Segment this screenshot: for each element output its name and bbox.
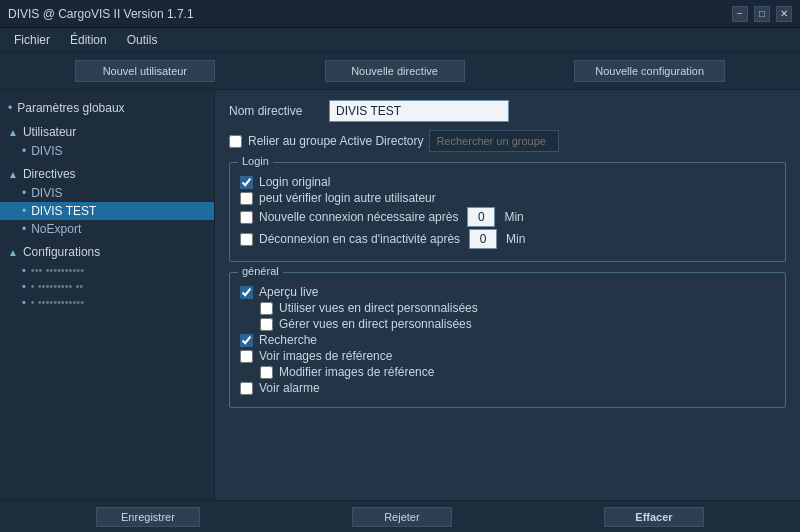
menu-outils[interactable]: Outils [117, 31, 168, 49]
bullet-icon: • [8, 101, 12, 115]
menu-edition[interactable]: Édition [60, 31, 117, 49]
new-user-button[interactable]: Nouvel utilisateur [75, 60, 215, 82]
app-title: DIVIS @ CargoVIS II Version 1.7.1 [8, 7, 194, 21]
maximize-button[interactable]: □ [754, 6, 770, 22]
triangle-icon: ▲ [8, 247, 18, 258]
new-directive-button[interactable]: Nouvelle directive [325, 60, 465, 82]
nouvelle-connexion-label: Nouvelle connexion nécessaire après [259, 210, 458, 224]
ad-label: Relier au groupe Active Directory [248, 134, 423, 148]
bullet-icon: • [22, 280, 26, 292]
sidebar-config2-label: • ••••••••• •• [31, 280, 83, 292]
sidebar-config3-label: • •••••••••••• [31, 296, 84, 308]
sidebar-dir-noexport-label: NoExport [31, 222, 81, 236]
ad-checkbox[interactable] [229, 135, 242, 148]
apercu-live-label: Aperçu live [259, 285, 318, 299]
deconnexion-input[interactable] [469, 229, 497, 249]
title-bar: DIVIS @ CargoVIS II Version 1.7.1 − □ ✕ [0, 0, 800, 28]
deconnexion-checkbox[interactable] [240, 233, 253, 246]
modifier-images-checkbox[interactable] [260, 366, 273, 379]
login-original-checkbox[interactable] [240, 176, 253, 189]
deconnexion-row: Déconnexion en cas d'inactivité après Mi… [240, 229, 775, 249]
general-group-title: général [238, 265, 283, 277]
nouvelle-connexion-input[interactable] [467, 207, 495, 227]
login-group-box: Login Login original peut vérifier login… [229, 162, 786, 262]
bullet-icon: • [22, 144, 26, 158]
main-area: • Paramètres globaux ▲ Utilisateur • DIV… [0, 90, 800, 500]
nouvelle-connexion-checkbox[interactable] [240, 211, 253, 224]
rejeter-button[interactable]: Rejeter [352, 507, 452, 527]
bullet-icon: • [22, 222, 26, 236]
utiliser-vues-row: Utiliser vues en direct personnalisées [260, 301, 775, 315]
sidebar-dir-divis-label: DIVIS [31, 186, 62, 200]
nouvelle-connexion-row: Nouvelle connexion nécessaire après Min [240, 207, 775, 227]
sidebar-utilisateur-label: Utilisateur [23, 125, 76, 139]
sidebar-config1-label: ••• •••••••••• [31, 264, 84, 276]
apercu-live-row: Aperçu live [240, 285, 775, 299]
sidebar-item-config2[interactable]: • • ••••••••• •• [0, 278, 214, 294]
gerer-vues-checkbox[interactable] [260, 318, 273, 331]
ad-row: Relier au groupe Active Directory [229, 130, 786, 152]
sidebar-item-dir-noexport[interactable]: • NoExport [0, 220, 214, 238]
sidebar-section-global: • Paramètres globaux [0, 98, 214, 118]
general-group-box: général Aperçu live Utiliser vues en dir… [229, 272, 786, 408]
utiliser-vues-label: Utiliser vues en direct personnalisées [279, 301, 478, 315]
bullet-icon: • [22, 296, 26, 308]
bullet-icon: • [22, 264, 26, 276]
sidebar-item-dir-divistest[interactable]: • DIVIS TEST [0, 202, 214, 220]
window-controls: − □ ✕ [732, 6, 792, 22]
sidebar-directives-label: Directives [23, 167, 76, 181]
sidebar-utilisateur-header[interactable]: ▲ Utilisateur [0, 122, 214, 142]
sidebar-item-dir-divis[interactable]: • DIVIS [0, 184, 214, 202]
sidebar-item-global[interactable]: • Paramètres globaux [0, 98, 214, 118]
triangle-icon: ▲ [8, 127, 18, 138]
login-original-label: Login original [259, 175, 330, 189]
bottom-bar: Enregistrer Rejeter Effacer [0, 500, 800, 532]
ad-search-input[interactable] [429, 130, 559, 152]
nouvelle-connexion-unit: Min [504, 210, 523, 224]
voir-images-label: Voir images de référence [259, 349, 392, 363]
sidebar: • Paramètres globaux ▲ Utilisateur • DIV… [0, 90, 215, 500]
sidebar-directives-header[interactable]: ▲ Directives [0, 164, 214, 184]
sidebar-configs-header[interactable]: ▲ Configurations [0, 242, 214, 262]
login-original-row: Login original [240, 175, 775, 189]
apercu-live-checkbox[interactable] [240, 286, 253, 299]
sidebar-section-utilisateur: ▲ Utilisateur • DIVIS [0, 122, 214, 160]
utiliser-vues-checkbox[interactable] [260, 302, 273, 315]
sidebar-configs-label: Configurations [23, 245, 100, 259]
deconnexion-label: Déconnexion en cas d'inactivité après [259, 232, 460, 246]
modifier-images-label: Modifier images de référence [279, 365, 434, 379]
peut-verifier-row: peut vérifier login autre utilisateur [240, 191, 775, 205]
minimize-button[interactable]: − [732, 6, 748, 22]
peut-verifier-checkbox[interactable] [240, 192, 253, 205]
voir-alarme-row: Voir alarme [240, 381, 775, 395]
triangle-icon: ▲ [8, 169, 18, 180]
sidebar-item-config3[interactable]: • • •••••••••••• [0, 294, 214, 310]
new-config-button[interactable]: Nouvelle configuration [574, 60, 725, 82]
voir-images-checkbox[interactable] [240, 350, 253, 363]
modifier-images-row: Modifier images de référence [260, 365, 775, 379]
sidebar-section-directives: ▲ Directives • DIVIS • DIVIS TEST • NoEx… [0, 164, 214, 238]
bullet-icon: • [22, 186, 26, 200]
toolbar: Nouvel utilisateur Nouvelle directive No… [0, 52, 800, 90]
effacer-button[interactable]: Effacer [604, 507, 704, 527]
nom-directive-row: Nom directive [229, 100, 786, 122]
sidebar-divis-user-label: DIVIS [31, 144, 62, 158]
gerer-vues-row: Gérer vues en direct personnalisées [260, 317, 775, 331]
peut-verifier-label: peut vérifier login autre utilisateur [259, 191, 436, 205]
deconnexion-unit: Min [506, 232, 525, 246]
recherche-checkbox[interactable] [240, 334, 253, 347]
menu-fichier[interactable]: Fichier [4, 31, 60, 49]
enregistrer-button[interactable]: Enregistrer [96, 507, 200, 527]
sidebar-dir-divistest-label: DIVIS TEST [31, 204, 96, 218]
bullet-icon: • [22, 204, 26, 218]
recherche-row: Recherche [240, 333, 775, 347]
voir-images-row: Voir images de référence [240, 349, 775, 363]
close-button[interactable]: ✕ [776, 6, 792, 22]
nom-directive-input[interactable] [329, 100, 509, 122]
sidebar-item-divis-user[interactable]: • DIVIS [0, 142, 214, 160]
sidebar-item-config1[interactable]: • ••• •••••••••• [0, 262, 214, 278]
menu-bar: Fichier Édition Outils [0, 28, 800, 52]
sidebar-section-configs: ▲ Configurations • ••• •••••••••• • • ••… [0, 242, 214, 310]
voir-alarme-checkbox[interactable] [240, 382, 253, 395]
recherche-label: Recherche [259, 333, 317, 347]
